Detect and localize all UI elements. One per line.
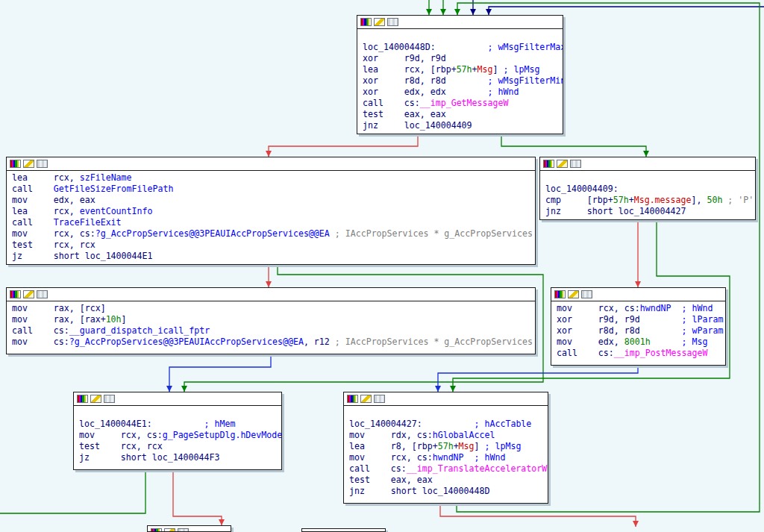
node-edit-icon[interactable] — [164, 528, 175, 532]
code-line[interactable]: call cs:__guard_dispatch_icall_fptr — [12, 325, 530, 337]
node-loc_140004427[interactable]: loc_140004427: ; hAccTablemov rdx, cs:hG… — [343, 392, 548, 504]
node-loc_1400044E1[interactable]: loc_1400044E1: ; hMemmov rcx, cs:g_PageS… — [73, 392, 282, 470]
node-edit-icon[interactable] — [568, 290, 579, 298]
code-token: ; IAccPropServices * g_AccPropServices — [335, 337, 533, 347]
code-line[interactable]: xor r9d, r9d — [363, 53, 557, 64]
code-line[interactable]: xor r9d, r9d ; lParam — [557, 314, 720, 325]
node-edit-icon[interactable] — [23, 290, 34, 298]
node-color-icon[interactable] — [360, 18, 372, 26]
code-line[interactable]: call cs:__imp_TranslateAcceleratorW — [349, 463, 542, 475]
code-line[interactable]: cmp [rbp+57h+Msg.message], 50h ; 'P' — [545, 195, 750, 206]
flow-edge-arrow — [181, 386, 187, 392]
node-postmessage[interactable]: mov rcx, cs:hwndNP ; hWndxor r9d, r9d ; … — [551, 287, 726, 366]
node-color-icon[interactable] — [10, 160, 21, 168]
code-token: lea rcx, — [12, 172, 80, 183]
code-line[interactable]: xor edx, edx ; hWnd — [363, 87, 557, 98]
node-edit-icon[interactable] — [360, 395, 372, 403]
code-line[interactable]: mov edx, eax — [12, 195, 530, 206]
code-token: mov rcx, cs: — [12, 228, 96, 239]
node-frame-icon[interactable] — [37, 160, 48, 168]
node-loc_14000448D[interactable]: loc_14000448D: ; wMsgFilterMaxxor r9d, r… — [357, 15, 563, 134]
code-token: call cs: — [557, 348, 614, 358]
code-line[interactable]: mov rdx, cs:hGlobalAccel — [349, 430, 542, 441]
code-token: mov rdx, cs: — [349, 430, 433, 440]
code-line[interactable]: call cs:__imp_GetMessageW — [363, 98, 557, 109]
code-line[interactable]: call GetFileSizeFromFilePath — [12, 184, 530, 195]
node-frame-icon[interactable] — [374, 395, 385, 403]
code-token: hwndNP — [433, 452, 464, 463]
node-titlebar — [344, 392, 548, 406]
node-edit-icon[interactable] — [557, 160, 568, 168]
code-line[interactable]: loc_14000448D: ; wMsgFilterMax — [363, 42, 557, 53]
node-color-icon[interactable] — [347, 395, 358, 403]
code-line[interactable]: lea r8, [rbp+57h+Msg] ; lpMsg — [349, 441, 542, 452]
node-body: loc_1400044E1: ; hMemmov rcx, cs:g_PageS… — [74, 406, 281, 466]
flow-edge — [269, 134, 418, 157]
code-token: ?g_AccPropServices@@3PEAUIAccPropService… — [69, 337, 304, 347]
code-line[interactable]: mov cs:?g_AccPropServices@@3PEAUIAccProp… — [12, 337, 530, 348]
code-line[interactable]: mov rcx, cs:hwndNP ; hWnd — [349, 452, 542, 463]
code-line[interactable]: xor r8d, r8d ; wParam — [557, 325, 720, 337]
node-frame-icon[interactable] — [178, 528, 189, 532]
node-partial-bottom-center[interactable] — [301, 528, 386, 532]
node-frame-icon[interactable] — [581, 290, 592, 298]
code-line[interactable]: test eax, eax — [349, 475, 542, 486]
code-line[interactable]: call cs:__imp_PostMessageW — [557, 348, 720, 359]
node-frame-icon[interactable] — [570, 160, 581, 168]
node-color-icon[interactable] — [554, 290, 566, 298]
code-line[interactable]: test rcx, rcx — [79, 441, 276, 452]
code-line[interactable] — [349, 407, 542, 419]
node-frame-icon[interactable] — [37, 290, 48, 298]
code-line[interactable]: loc_1400044E1: ; hMem — [79, 419, 276, 430]
code-line[interactable] — [363, 31, 557, 42]
flow-edge — [440, 504, 636, 527]
node-guard-dispatch[interactable]: mov rax, [rcx]mov rax, [rax+10h]call cs:… — [6, 287, 536, 354]
code-line[interactable]: lea rcx, szFileName — [12, 172, 530, 184]
code-line[interactable]: jz short loc_1400044E1 — [12, 251, 530, 262]
code-line[interactable]: mov rcx, cs:g_PageSetupDlg.hDevMode — [79, 430, 276, 441]
code-line[interactable]: mov rcx, cs:?g_AccPropServices@@3PEAUIAc… — [12, 228, 530, 240]
code-line[interactable]: call TraceFileExit — [12, 217, 530, 228]
code-line[interactable]: jnz short loc_14000448D — [349, 486, 542, 497]
code-token: ], — [691, 195, 707, 205]
node-frame-icon[interactable] — [104, 395, 115, 403]
code-line[interactable]: lea rcx, [rbp+57h+Msg] ; lpMsg — [363, 64, 557, 75]
flow-edge-arrow — [426, 9, 432, 15]
code-token: ] — [475, 441, 485, 451]
node-color-icon[interactable] — [77, 395, 88, 403]
node-body: lea rcx, szFileNamecall GetFileSizeFromF… — [7, 171, 535, 264]
code-line[interactable]: test eax, eax — [363, 109, 557, 120]
code-line[interactable] — [79, 407, 276, 419]
code-line[interactable]: mov rax, [rcx] — [12, 303, 530, 314]
code-line[interactable]: jnz loc_140004409 — [363, 120, 557, 131]
node-partial-bottom-left[interactable] — [147, 525, 231, 532]
node-edit-icon[interactable] — [374, 18, 385, 26]
node-color-icon[interactable] — [543, 160, 554, 168]
code-line[interactable]: jz short loc_1400044F3 — [79, 452, 276, 463]
code-line[interactable]: xor r8d, r8d ; wMsgFilterMin — [363, 75, 557, 87]
node-frame-icon[interactable] — [387, 18, 398, 26]
node-color-icon[interactable] — [151, 528, 162, 532]
code-token: ; hMem — [204, 419, 236, 429]
flow-edge — [489, 7, 764, 15]
code-line[interactable]: test rcx, rcx — [12, 240, 530, 251]
code-line[interactable]: loc_140004427: ; hAccTable — [349, 419, 542, 430]
node-tracefileexit[interactable]: lea rcx, szFileNamecall GetFileSizeFromF… — [6, 157, 536, 265]
node-loc_140004409[interactable]: loc_140004409:cmp [rbp+57h+Msg.message],… — [539, 157, 756, 220]
code-line[interactable]: lea rcx, eventCountInfo — [12, 206, 530, 217]
code-line[interactable]: loc_140004409: — [545, 184, 750, 195]
code-token: ; lpMsg — [485, 441, 522, 451]
code-line[interactable]: mov rcx, cs:hwndNP ; hWnd — [557, 303, 720, 314]
code-token: __guard_dispatch_icall_fptr — [69, 325, 210, 336]
code-token: cmp [rbp+ — [545, 195, 613, 205]
node-body: mov rax, [rcx]mov rax, [rax+10h]call cs:… — [7, 301, 535, 350]
node-color-icon[interactable] — [10, 290, 21, 298]
node-edit-icon[interactable] — [90, 395, 101, 403]
code-token: call — [12, 184, 54, 194]
code-line[interactable] — [545, 172, 750, 184]
code-line[interactable]: mov rax, [rax+10h] — [12, 314, 530, 325]
graph-canvas[interactable]: loc_14000448D: ; wMsgFilterMaxxor r9d, r… — [0, 0, 764, 532]
node-edit-icon[interactable] — [23, 160, 34, 168]
code-line[interactable]: mov edx, 8001h ; Msg — [557, 337, 720, 348]
code-line[interactable]: jnz short loc_140004427 — [545, 206, 750, 217]
